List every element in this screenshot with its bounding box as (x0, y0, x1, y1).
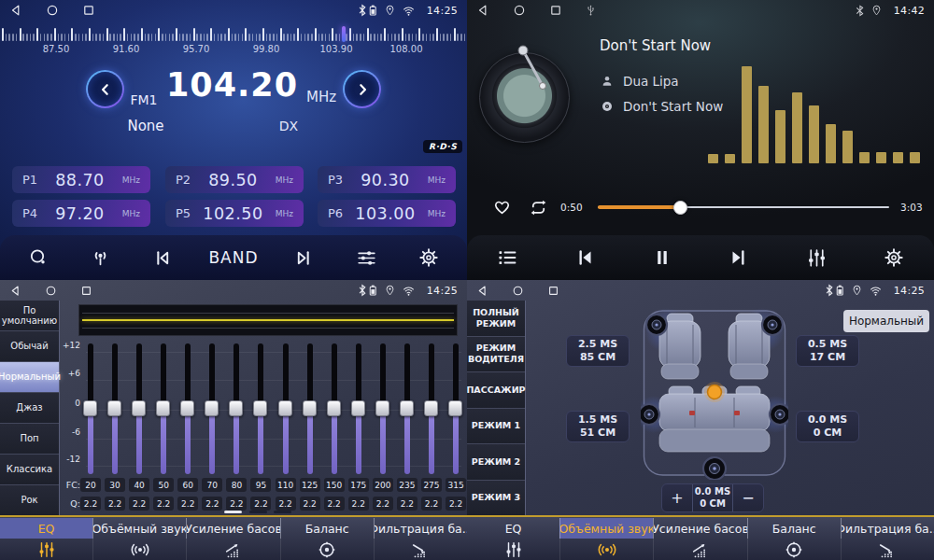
eq-tab-icon[interactable] (0, 539, 92, 560)
q-value: 2.2 (324, 497, 345, 511)
progress-thumb[interactable] (673, 201, 687, 215)
eq-button[interactable] (800, 242, 832, 273)
tab-filter[interactable]: Фильтрация ба... (374, 518, 467, 539)
eq-band-slider[interactable] (253, 343, 269, 474)
delay-front-right[interactable]: 0.5 MS 17 CM (796, 335, 859, 367)
delay-front-left[interactable]: 2.5 MS 85 CM (566, 335, 630, 367)
balance-tab-icon[interactable] (747, 539, 841, 560)
eq-band-slider[interactable] (132, 343, 148, 474)
tab-bass-boost[interactable]: Усиление басов (186, 518, 279, 539)
tab-eq[interactable]: EQ (0, 518, 92, 539)
repeat-button[interactable] (527, 196, 550, 222)
playlist-button[interactable] (491, 242, 523, 273)
tune-up-button[interactable] (343, 70, 381, 108)
bass-boost-tab-icon[interactable] (186, 539, 279, 560)
tab-surround[interactable]: Объёмный звук (559, 518, 653, 539)
next-track-button[interactable] (723, 242, 755, 273)
delay-plus-button[interactable]: + (662, 484, 692, 511)
scan-button[interactable] (22, 242, 54, 273)
nav-recents-button[interactable] (547, 285, 559, 297)
settings-button[interactable] (878, 242, 910, 273)
equalizer-button[interactable] (350, 242, 382, 273)
next-button[interactable] (289, 242, 320, 273)
mode-2[interactable]: РЕЖИМ 2 (467, 444, 525, 481)
eq-tab-icon[interactable] (467, 539, 559, 560)
normal-preset-button[interactable]: Нормальный (843, 310, 929, 332)
tune-down-button[interactable] (86, 70, 124, 108)
preset-button-6[interactable]: P6103.00MHz (318, 200, 456, 227)
fc-value: 110 (276, 478, 296, 492)
nav-back-button[interactable] (476, 285, 488, 297)
eq-preset-custom[interactable]: Обычай (0, 331, 59, 362)
nav-home-button[interactable] (513, 4, 526, 17)
eq-band-slider[interactable] (156, 343, 172, 474)
eq-band-slider[interactable] (399, 343, 415, 474)
preset-button-5[interactable]: P5102.50MHz (165, 200, 304, 227)
surround-tab-icon[interactable] (92, 539, 186, 560)
eq-band-slider[interactable] (180, 343, 196, 474)
bass-boost-tab-icon[interactable] (653, 539, 746, 560)
balance-tab-icon[interactable] (280, 539, 374, 560)
spectrum-bar (859, 152, 870, 163)
tab-bass-boost[interactable]: Усиление басов (653, 518, 746, 539)
favorite-button[interactable] (491, 196, 513, 220)
preset-button-2[interactable]: P289.50MHz (165, 166, 304, 193)
frequency-ruler[interactable]: 87.50 91.60 95.70 99.80 103.90 108.00 (0, 19, 467, 58)
eq-band-slider[interactable] (326, 343, 342, 474)
scale-label: 99.80 (253, 44, 280, 54)
eq-preset-classic[interactable]: Классика (0, 455, 59, 485)
progress-bar[interactable] (598, 206, 889, 208)
mode-passenger[interactable]: ПАССАЖИР (467, 372, 525, 409)
mode-3[interactable]: РЕЖИМ 3 (467, 481, 525, 516)
pause-button[interactable] (646, 242, 678, 273)
eq-preset-default[interactable]: По умолчанию (0, 301, 59, 331)
settings-button[interactable] (413, 242, 445, 273)
stereo-broadcast-button[interactable] (84, 242, 116, 273)
mode-1[interactable]: РЕЖИМ 1 (467, 409, 525, 445)
nav-recents-button[interactable] (80, 285, 92, 297)
eq-band-slider[interactable] (83, 343, 99, 474)
filter-tab-icon[interactable] (374, 539, 467, 560)
eq-band-slider[interactable] (302, 343, 318, 474)
tab-balance[interactable]: Баланс (280, 518, 374, 539)
eq-band-slider[interactable] (423, 343, 439, 474)
tab-eq[interactable]: EQ (467, 518, 559, 539)
delay-rear-right[interactable]: 0.0 MS 0 CM (796, 411, 859, 442)
eq-band-slider[interactable] (107, 343, 123, 474)
eq-band-slider[interactable] (277, 343, 293, 474)
eq-band-slider[interactable] (448, 343, 464, 474)
eq-band-slider[interactable] (229, 343, 245, 474)
eq-preset-normal[interactable]: Нормальный (0, 362, 59, 393)
spectrum-bar (708, 154, 718, 163)
eq-preset-jazz[interactable]: Джаз (0, 393, 59, 424)
eq-preset-rock[interactable]: Рок (0, 485, 59, 515)
mode-full[interactable]: ПОЛНЫЙ РЕЖИМ (467, 301, 525, 337)
mode-driver[interactable]: РЕЖИМ ВОДИТЕЛЯ (467, 337, 525, 373)
nav-recents-button[interactable] (549, 4, 562, 17)
preset-button-1[interactable]: P188.70MHz (12, 166, 150, 193)
tab-surround[interactable]: Объёмный звук (92, 518, 186, 539)
nav-back-button[interactable] (476, 4, 489, 17)
previous-button[interactable] (147, 242, 178, 273)
eq-band-slider[interactable] (350, 343, 366, 474)
preset-button-4[interactable]: P497.20MHz (12, 200, 150, 227)
nav-home-button[interactable] (512, 285, 524, 297)
nav-back-button[interactable] (9, 285, 21, 297)
preset-button-3[interactable]: P390.30MHz (318, 166, 456, 193)
filter-tab-icon[interactable] (841, 539, 934, 560)
eq-preset-pop[interactable]: Поп (0, 424, 59, 455)
spectrum-bar (876, 152, 886, 163)
surround-tab-icon[interactable] (559, 539, 653, 560)
nav-recents-button[interactable] (82, 4, 95, 17)
nav-home-button[interactable] (45, 285, 57, 297)
delay-rear-left[interactable]: 1.5 MS 51 CM (566, 411, 630, 442)
nav-back-button[interactable] (9, 4, 22, 17)
nav-home-button[interactable] (46, 4, 59, 17)
tab-filter[interactable]: Фильтрация ба... (841, 518, 934, 539)
band-button[interactable]: BAND (208, 242, 258, 273)
previous-track-button[interactable] (569, 242, 601, 273)
tab-balance[interactable]: Баланс (747, 518, 841, 539)
eq-band-slider[interactable] (205, 343, 220, 474)
delay-minus-button[interactable]: − (733, 484, 763, 511)
eq-band-slider[interactable] (375, 343, 390, 474)
